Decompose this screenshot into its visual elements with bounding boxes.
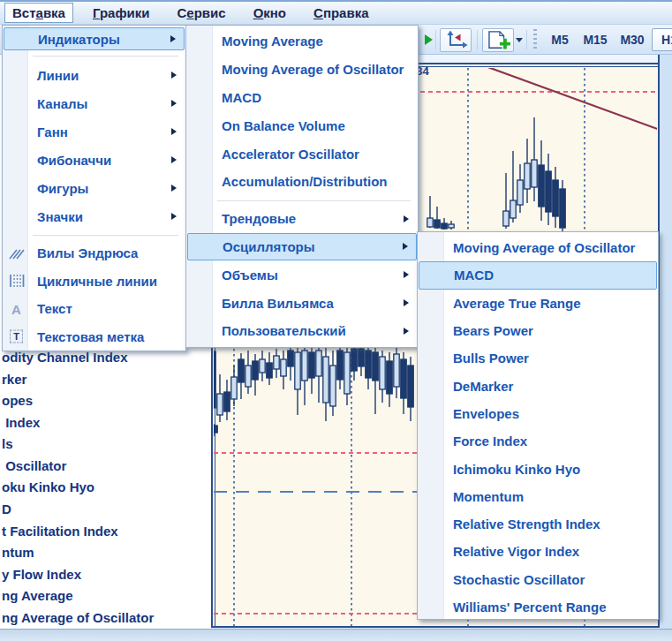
oscillators-submenu-item[interactable]: Stochastic Oscillator xyxy=(419,566,657,593)
menu-item-label: Линии xyxy=(4,68,79,83)
oscillators-submenu-item[interactable]: Bulls Power xyxy=(419,344,657,372)
menu-item-label: Фигуры xyxy=(4,181,88,196)
oscillators-submenu-item[interactable]: Momentum xyxy=(419,483,657,510)
menu-separator xyxy=(217,200,411,201)
text-label-icon: T xyxy=(6,330,26,343)
indicator-list-item[interactable]: t Facilitation Index xyxy=(2,523,118,540)
menu-charts[interactable]: Графики xyxy=(85,3,158,23)
menu-item-label: Билла Вильямса xyxy=(187,296,334,311)
indicator-list-item[interactable]: y Flow Index xyxy=(2,566,81,584)
indicator-list-item[interactable]: ng Average of Oscillator xyxy=(2,609,154,627)
insert-menu-item[interactable]: TТекстовая метка xyxy=(4,323,185,351)
submenu-arrow-icon xyxy=(171,100,177,107)
menu-item-label: Ганн xyxy=(4,124,68,140)
oscillators-submenu-item[interactable]: Moving Average of Oscillator xyxy=(419,234,657,261)
menu-separator xyxy=(33,56,178,57)
oscillators-submenu-item[interactable]: Ichimoku Kinko Hyo xyxy=(419,455,657,482)
period-m15-button[interactable]: M15 xyxy=(578,28,613,51)
oscillators-submenu-item[interactable]: DeMarker xyxy=(419,373,657,400)
indicator-list-item[interactable]: oku Kinko Hyo xyxy=(2,479,94,496)
toolbar-grip[interactable] xyxy=(533,29,537,51)
indicators-submenu-item[interactable]: Объемы xyxy=(187,260,417,289)
period-h1-button[interactable]: H1 xyxy=(652,28,672,51)
indicators-submenu-item[interactable]: Accumulation/Distribution xyxy=(187,168,417,196)
menu-label-accelerator: С xyxy=(313,5,323,20)
menu-label-part: С xyxy=(177,5,186,20)
menu-insert[interactable]: Вставка xyxy=(4,3,73,23)
oscillators-submenu-item[interactable]: Average True Range xyxy=(419,290,657,317)
insert-menu-item[interactable]: Индикаторы xyxy=(4,27,185,50)
menu-item-label: Индикаторы xyxy=(4,32,120,47)
oscillators-submenu-item[interactable]: Relative Vigor Index xyxy=(419,538,657,565)
menu-item-label: Трендовые xyxy=(187,211,296,226)
indicator-list-item[interactable]: ng Average xyxy=(2,587,73,605)
insert-menu-item[interactable]: Каналы xyxy=(4,89,185,117)
oscillators-submenu-item[interactable]: Force Index xyxy=(419,427,657,455)
oscillators-submenu-item[interactable]: MACD xyxy=(419,261,657,289)
indicator-list-item[interactable]: rker xyxy=(2,371,26,388)
dropdown-arrow-icon[interactable] xyxy=(516,38,523,42)
oscillators-submenu-item[interactable]: Bears Power xyxy=(419,317,657,344)
menu-bar: Вставка Графики Сервис Окно Справка xyxy=(0,0,672,25)
insert-menu-item[interactable]: Линии xyxy=(4,61,185,89)
insert-menu-item[interactable]: Фибоначчи xyxy=(4,146,185,174)
period-m30-button[interactable]: M30 xyxy=(615,28,650,51)
insert-menu-item[interactable]: Значки xyxy=(4,202,185,230)
insert-menu-item[interactable]: Вилы Эндрюса xyxy=(4,239,185,268)
submenu-arrow-icon xyxy=(170,35,176,42)
indicator-list-item[interactable]: D xyxy=(2,501,11,518)
andrews-pitchfork-icon xyxy=(6,245,26,261)
indicators-submenu-item[interactable]: Moving Average of Oscillator xyxy=(187,56,417,84)
menu-label-accelerator: Г xyxy=(93,5,100,20)
menu-item-label: MACD xyxy=(187,90,261,105)
oscillators-submenu-item[interactable]: Envelopes xyxy=(419,400,657,427)
insert-menu-item[interactable]: Фигуры xyxy=(4,174,185,202)
menu-item-label: Bears Power xyxy=(419,323,533,338)
indicators-submenu-item[interactable]: Accelerator Oscillator xyxy=(187,140,417,168)
menu-item-label: Average True Range xyxy=(419,296,581,311)
menu-label-accelerator: О xyxy=(253,5,264,20)
indicators-submenu-item[interactable]: Пользовательский xyxy=(187,317,417,345)
indicator-list-item[interactable]: Index xyxy=(2,414,40,432)
indicators-submenu: Moving AverageMoving Average of Oscillat… xyxy=(185,25,419,348)
indicators-submenu-item[interactable]: Билла Вильямса xyxy=(187,289,417,317)
menu-item-label: DeMarker xyxy=(419,379,513,394)
indicator-list-item[interactable]: ls xyxy=(2,435,13,453)
chart-shift-button[interactable] xyxy=(440,28,472,52)
oscillators-submenu-item[interactable]: Williams' Percent Range xyxy=(419,593,657,621)
indicators-submenu-item[interactable]: MACD xyxy=(187,84,417,112)
menu-item-label: Moving Average of Oscillator xyxy=(419,240,635,255)
submenu-arrow-icon xyxy=(171,213,177,220)
menu-window[interactable]: Окно xyxy=(245,3,294,23)
oscillators-submenu-item[interactable]: Relative Strength Index xyxy=(419,510,657,538)
insert-menu: ИндикаторыЛинииКаналыГаннФибоначчиФигуры… xyxy=(2,25,186,351)
menu-label-part: правка xyxy=(323,5,369,20)
indicator-list-item[interactable]: opes xyxy=(2,392,33,410)
insert-menu-item[interactable]: Цикличные линии xyxy=(4,268,185,296)
submenu-arrow-icon xyxy=(171,156,177,163)
insert-menu-item[interactable]: AТекст xyxy=(4,295,185,323)
menu-label-part: Вст xyxy=(12,5,36,20)
menu-item-label: Значки xyxy=(4,209,83,224)
indicators-submenu-item[interactable]: Moving Average xyxy=(187,27,417,56)
indicator-list-item[interactable]: Oscillator xyxy=(2,457,66,475)
menu-separator xyxy=(33,235,178,236)
chart-shift-icon xyxy=(443,30,468,49)
indicator-list-item[interactable]: odity Channel Index xyxy=(2,349,128,366)
indicator-list-item[interactable]: ntum xyxy=(2,544,34,562)
submenu-arrow-icon xyxy=(404,215,409,222)
period-m5-button[interactable]: M5 xyxy=(544,28,576,51)
indicators-submenu-item[interactable]: Осцилляторы xyxy=(187,233,417,261)
indicators-submenu-item[interactable]: On Balance Volume xyxy=(187,111,417,140)
menu-service[interactable]: Сервис xyxy=(169,3,233,23)
menu-item-label: Цикличные линии xyxy=(4,274,157,289)
indicators-submenu-item[interactable]: Трендовые xyxy=(187,205,417,233)
menu-label-part: рафики xyxy=(100,5,150,20)
insert-menu-item[interactable]: Ганн xyxy=(4,117,185,146)
menu-item-label: Relative Vigor Index xyxy=(419,544,579,559)
new-chart-button[interactable] xyxy=(482,28,514,52)
cut-toolbar-icon-fragment xyxy=(425,34,433,45)
application-window: 034 M5 M15 M30 H1 xyxy=(0,0,672,641)
text-icon: A xyxy=(6,302,26,315)
menu-help[interactable]: Справка xyxy=(306,3,376,23)
